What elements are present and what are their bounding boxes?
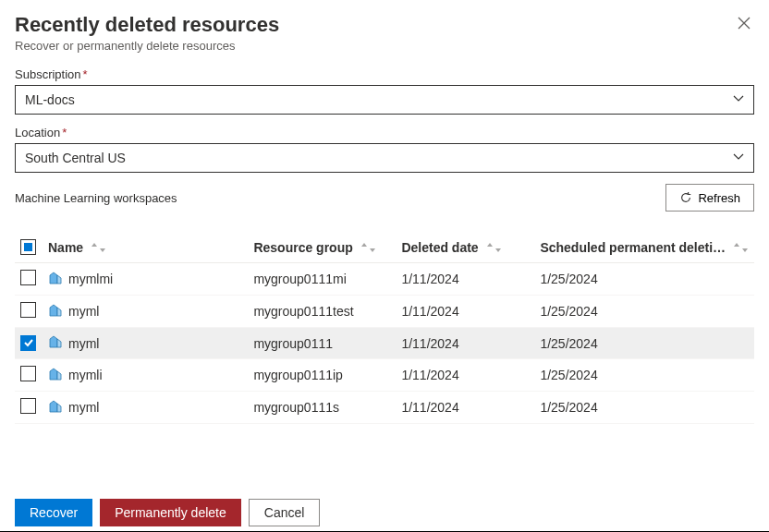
workspace-icon xyxy=(48,367,63,384)
deleted-date-cell: 1/11/2024 xyxy=(396,328,534,359)
workspace-name: myml xyxy=(68,304,99,319)
resource-group-cell: mygroup0111test xyxy=(248,296,396,328)
column-header-name[interactable]: Name xyxy=(43,232,248,263)
workspace-icon xyxy=(48,271,63,288)
page-subtitle: Recover or permanently delete resources xyxy=(15,39,734,53)
chevron-down-icon xyxy=(733,151,744,165)
table-row[interactable]: mymlmi mygroup0111mi 1/11/2024 1/25/2024 xyxy=(15,263,754,296)
resource-group-cell: mygroup0111s xyxy=(248,392,396,424)
location-label: Location* xyxy=(15,126,754,139)
workspaces-table: Name Resource group Deleted date xyxy=(15,232,754,424)
subscription-label: Subscription* xyxy=(15,67,754,81)
deleted-date-cell: 1/11/2024 xyxy=(396,296,534,328)
resource-group-cell: mygroup0111mi xyxy=(248,263,396,296)
sort-icon xyxy=(360,243,376,252)
scheduled-delete-cell: 1/25/2024 xyxy=(534,392,754,424)
recover-button[interactable]: Recover xyxy=(15,499,92,526)
cancel-button[interactable]: Cancel xyxy=(249,499,321,526)
sort-icon xyxy=(91,243,106,252)
refresh-icon xyxy=(679,191,692,204)
select-all-checkbox[interactable] xyxy=(20,239,36,255)
location-value: South Central US xyxy=(25,151,126,165)
deleted-date-cell: 1/11/2024 xyxy=(396,359,534,392)
table-row[interactable]: myml mygroup0111test 1/11/2024 1/25/2024 xyxy=(15,296,754,328)
scheduled-delete-cell: 1/25/2024 xyxy=(534,296,754,328)
column-header-deleted-date[interactable]: Deleted date xyxy=(396,232,534,263)
table-row[interactable]: myml mygroup0111s 1/11/2024 1/25/2024 xyxy=(15,392,754,424)
scheduled-delete-cell: 1/25/2024 xyxy=(534,328,754,359)
sort-icon xyxy=(733,243,749,252)
permanently-delete-button[interactable]: Permanently delete xyxy=(100,499,241,526)
row-checkbox[interactable] xyxy=(20,270,36,285)
workspace-icon xyxy=(48,303,63,320)
column-header-scheduled-deletion[interactable]: Scheduled permanent deleti… xyxy=(534,232,754,263)
resource-group-cell: mygroup0111ip xyxy=(248,359,396,392)
subscription-value: ML-docs xyxy=(25,92,75,107)
workspace-icon xyxy=(48,334,63,352)
subscription-dropdown[interactable]: ML-docs xyxy=(15,85,754,115)
scheduled-delete-cell: 1/25/2024 xyxy=(534,359,754,392)
table-row[interactable]: myml mygroup0111 1/11/2024 1/25/2024 xyxy=(15,328,754,359)
close-button[interactable] xyxy=(734,13,754,36)
workspace-name: mymlmi xyxy=(68,272,113,286)
sort-icon xyxy=(486,243,502,252)
row-checkbox[interactable] xyxy=(20,335,36,351)
workspace-name: myml xyxy=(68,336,99,351)
workspace-name: mymli xyxy=(68,368,103,382)
row-checkbox[interactable] xyxy=(20,366,36,381)
deleted-date-cell: 1/11/2024 xyxy=(396,263,534,296)
workspace-icon xyxy=(48,399,63,417)
table-row[interactable]: mymli mygroup0111ip 1/11/2024 1/25/2024 xyxy=(15,359,754,392)
page-title: Recently deleted resources xyxy=(15,13,734,37)
row-checkbox[interactable] xyxy=(20,398,36,414)
chevron-down-icon xyxy=(733,92,744,107)
column-header-resource-group[interactable]: Resource group xyxy=(248,232,396,263)
close-icon xyxy=(738,17,751,30)
resource-group-cell: mygroup0111 xyxy=(248,328,396,359)
row-checkbox[interactable] xyxy=(20,302,36,318)
section-title: Machine Learning workspaces xyxy=(15,191,177,205)
deleted-date-cell: 1/11/2024 xyxy=(396,392,534,424)
refresh-button[interactable]: Refresh xyxy=(665,184,754,212)
scheduled-delete-cell: 1/25/2024 xyxy=(534,263,754,296)
location-dropdown[interactable]: South Central US xyxy=(15,143,754,173)
workspace-name: myml xyxy=(68,400,99,415)
